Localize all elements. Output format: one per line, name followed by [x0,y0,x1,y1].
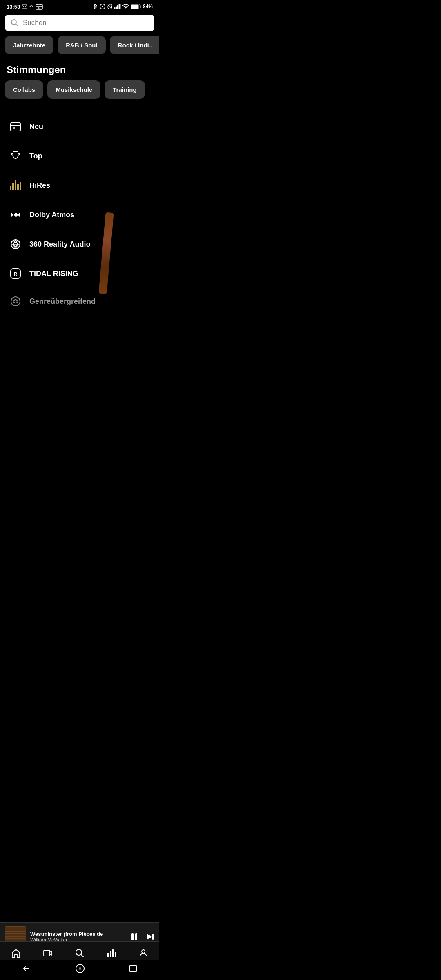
svg-rect-7 [116,7,117,9]
menu-item-360[interactable]: 360 Reality Audio [0,229,159,259]
alarm-icon [107,4,113,9]
svg-rect-13 [131,4,138,9]
hires-icon [8,178,23,193]
audio-icon [100,4,105,9]
svg-rect-8 [117,5,118,9]
chip-jahrzehnte[interactable]: Jahrzehnte [5,36,53,54]
svg-point-14 [11,20,16,24]
svg-point-11 [125,9,126,9]
status-right: 84% [93,4,153,9]
svg-rect-10 [120,4,121,9]
search-bar[interactable] [5,15,154,31]
svg-rect-0 [22,5,27,8]
trophy-icon [8,149,23,163]
status-bar: 13:53 31 [0,0,159,11]
genre-icon [8,294,23,309]
menu-label-tidal-rising: TIDAL RISING [29,270,78,278]
menu-label-hires: HiRes [29,181,50,190]
menu-item-tidal-rising[interactable]: R TIDAL RISING [0,259,159,288]
svg-rect-6 [114,7,116,9]
svg-text:R: R [13,271,18,277]
stimmungen-title: Stimmungen [0,61,159,80]
dolby-icon [8,207,23,222]
time: 13:53 [7,4,20,10]
bluetooth-icon [93,4,98,9]
menu-label-top: Top [29,152,42,160]
wifi-icon [122,4,129,9]
battery-pct: 84% [143,4,153,9]
menu-label-360: 360 Reality Audio [29,240,90,249]
menu-label-genre: Genreübergreifend [29,297,96,306]
menu-label-neu: Neu [29,122,43,131]
status-left: 13:53 31 [7,3,43,10]
battery-icon [131,4,141,9]
360-icon [8,237,23,252]
mood-chips-row: Collabs Musikschule Training [0,80,159,109]
signal-icon [114,4,121,9]
menu-item-neu[interactable]: Neu [0,112,159,141]
chip-training[interactable]: Training [105,80,145,99]
svg-point-4 [102,6,103,7]
calendar-status-icon: 31 [36,3,43,10]
chip-rnb[interactable]: R&B / Soul [58,36,106,54]
genre-chips-row: Jahrzehnte R&B / Soul Rock / Indi… [0,36,159,61]
chip-musikschule[interactable]: Musikschule [47,80,100,99]
chip-rock[interactable]: Rock / Indi… [110,36,159,54]
svg-rect-15 [11,123,20,131]
search-icon [11,19,19,27]
tidal-rising-icon: R [8,266,23,281]
search-input[interactable] [23,19,149,27]
svg-rect-16 [13,127,15,129]
menu-label-dolby: Dolby Atmos [29,211,74,219]
sim-icon [29,4,34,9]
svg-point-21 [11,297,20,306]
email-icon [22,4,27,9]
menu-item-hires[interactable]: HiRes [0,171,159,200]
svg-text:31: 31 [38,7,41,9]
calendar-icon [8,119,23,134]
menu-item-dolby[interactable]: Dolby Atmos [0,200,159,229]
menu-item-top[interactable]: Top [0,141,159,171]
menu-list: Neu Top HiRes [0,109,159,318]
menu-item-genre-partial[interactable]: Genreübergreifend [0,288,159,314]
chip-collabs[interactable]: Collabs [5,80,43,99]
svg-rect-9 [118,4,120,9]
